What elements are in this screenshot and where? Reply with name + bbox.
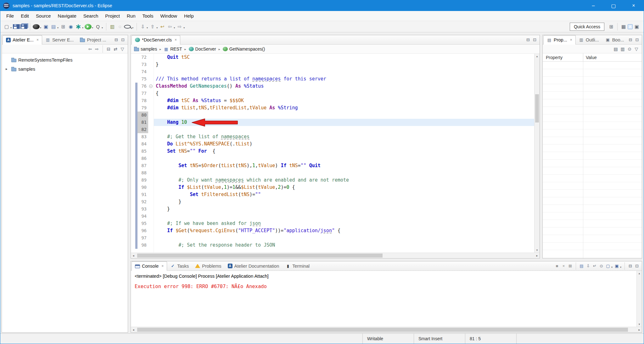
console-tab-console[interactable]: Console× xyxy=(132,261,167,271)
profile-icon[interactable]: Q xyxy=(94,23,101,30)
line-number[interactable]: 81 xyxy=(137,119,148,126)
properties-tab-outli[interactable]: ▥Outli... xyxy=(576,35,602,44)
last-edit-location-icon[interactable]: ↩ xyxy=(159,23,166,30)
minimize-view-icon[interactable]: ⊟ xyxy=(525,37,531,43)
properties-tab-prop[interactable]: ▤Prop...× xyxy=(543,35,576,45)
save-icon[interactable] xyxy=(13,24,20,29)
explorer-tab-atelier-e[interactable]: AAtelier E...× xyxy=(3,35,42,45)
fold-cell[interactable] xyxy=(148,155,154,162)
pin-property-view-icon[interactable]: ⊙ xyxy=(626,46,633,52)
value-column-header[interactable]: Value xyxy=(583,53,642,61)
property-row[interactable] xyxy=(543,69,642,77)
minimize-view-icon[interactable]: ⊟ xyxy=(627,263,633,269)
fold-cell[interactable] xyxy=(148,112,154,119)
code-line-86[interactable] xyxy=(154,155,534,162)
fold-cell[interactable] xyxy=(148,184,154,191)
property-row[interactable] xyxy=(543,160,642,167)
fold-cell[interactable] xyxy=(148,75,154,83)
code-line-93[interactable]: } xyxy=(154,205,534,213)
code-line-74[interactable] xyxy=(154,68,534,75)
console-text-area[interactable]: <terminated> [Debug Console] Process [At… xyxy=(131,271,642,327)
line-number[interactable]: 95 xyxy=(137,220,148,227)
fold-cell[interactable] xyxy=(148,61,154,68)
forward-history-icon[interactable]: ⇨ xyxy=(176,23,183,30)
line-number[interactable]: 89 xyxy=(137,177,148,184)
annotation-cell[interactable] xyxy=(131,213,135,220)
close-icon[interactable]: × xyxy=(175,38,177,42)
annotation-cell[interactable] xyxy=(131,97,135,104)
previous-annotation-dropdown-icon[interactable]: ▾ xyxy=(156,26,158,29)
menu-source[interactable]: Source xyxy=(32,12,54,20)
line-number[interactable]: 78 xyxy=(137,97,148,104)
scroll-right-icon[interactable]: ▸ xyxy=(637,327,642,332)
menu-help[interactable]: Help xyxy=(181,12,197,20)
code-line-84[interactable]: Do List^%SYS.NAMESPACE(.tList) xyxy=(154,140,534,148)
display-selected-console-icon[interactable]: ▢ xyxy=(605,263,611,269)
code-lines[interactable]: Quit tSC}/// This method returns a list … xyxy=(154,54,534,253)
code-line-72[interactable]: Quit tSC xyxy=(154,54,534,61)
line-number[interactable]: 91 xyxy=(137,191,148,198)
maximize-view-icon[interactable]: ⊡ xyxy=(634,37,640,43)
remove-all-launches-icon[interactable]: ⊠ xyxy=(567,263,573,269)
line-number[interactable]: 79 xyxy=(137,104,148,112)
annotation-cell[interactable] xyxy=(131,205,135,213)
search-dropdown-icon[interactable]: ▾ xyxy=(132,26,133,29)
scroll-lock-icon[interactable]: ⇩ xyxy=(585,263,591,269)
external-tools-icon[interactable]: ∗ xyxy=(75,23,82,30)
console-tab-atelier-documentation[interactable]: AAtelier Documentation xyxy=(225,261,283,270)
annotation-cell[interactable] xyxy=(131,234,135,242)
scroll-right-icon[interactable]: ▸ xyxy=(535,253,540,258)
fold-cell[interactable] xyxy=(148,234,154,242)
annotation-cell[interactable] xyxy=(131,184,135,191)
property-row[interactable] xyxy=(543,114,642,122)
property-row[interactable] xyxy=(543,182,642,190)
code-line-90[interactable]: If $List(tValue,1)=1&&$List(tValue,2)=0 … xyxy=(154,184,534,191)
line-number[interactable]: 74 xyxy=(137,68,148,75)
ruler-folding[interactable] xyxy=(148,54,154,253)
line-number[interactable]: 77 xyxy=(137,90,148,97)
line-number[interactable]: 72 xyxy=(137,54,148,61)
property-row[interactable] xyxy=(543,84,642,92)
maximize-view-icon[interactable]: ⊡ xyxy=(634,263,640,269)
breadcrumb-getnamespaces[interactable]: GetNamespaces() xyxy=(223,46,265,52)
fold-cell[interactable] xyxy=(148,97,154,104)
menu-edit[interactable]: Edit xyxy=(17,12,32,20)
line-number[interactable]: 98 xyxy=(137,242,148,249)
property-row[interactable] xyxy=(543,92,642,99)
line-number[interactable]: 96 xyxy=(137,227,148,234)
view-menu-icon[interactable]: ▽ xyxy=(119,46,126,52)
line-number[interactable]: 86 xyxy=(137,155,148,162)
scroll-left-icon[interactable]: ◂ xyxy=(131,327,136,332)
code-line-96[interactable]: If $Get(%request.CgiEnvs("HTTP_ACCEPT"))… xyxy=(154,227,534,234)
explorer-tab-project[interactable]: Project ... xyxy=(77,35,109,44)
line-number[interactable]: 92 xyxy=(137,198,148,205)
open-type-icon[interactable]: ◌ xyxy=(116,23,123,30)
save-all-icon[interactable] xyxy=(20,24,27,29)
breadcrumb-rest[interactable]: ▦REST xyxy=(164,46,182,52)
previous-annotation-icon[interactable]: ⇧ xyxy=(149,23,156,30)
perspective-resource-icon[interactable]: ▦ xyxy=(620,23,627,30)
property-row[interactable] xyxy=(543,227,642,235)
ruler-line-numbers[interactable]: 7273747576777879808182838485868788899091… xyxy=(137,54,148,253)
code-line-87[interactable]: Set tNS=$Order(tList(tNS),1,tValue) If t… xyxy=(154,162,534,169)
snippets-dropdown-icon[interactable]: ▾ xyxy=(57,26,59,29)
server-connection-icon[interactable] xyxy=(33,24,40,29)
annotation-cell[interactable] xyxy=(131,155,135,162)
editor-vscroll-thumb[interactable] xyxy=(535,94,539,123)
maximize-view-icon[interactable]: ⊡ xyxy=(532,37,538,43)
breadcrumb-samples[interactable]: samples xyxy=(134,46,157,52)
code-line-92[interactable]: } xyxy=(154,198,534,205)
annotation-cell[interactable] xyxy=(131,242,135,249)
annotation-cell[interactable] xyxy=(131,191,135,198)
property-row[interactable] xyxy=(543,99,642,107)
annotation-cell[interactable] xyxy=(131,61,135,68)
code-line-75[interactable]: /// This method returns a list of namesp… xyxy=(154,75,534,83)
fold-cell[interactable] xyxy=(148,213,154,220)
code-line-80[interactable] xyxy=(154,112,534,119)
code-line-95[interactable]: #; If we have been asked for json xyxy=(154,220,534,227)
line-number[interactable]: 73 xyxy=(137,61,148,68)
fold-cell[interactable] xyxy=(148,177,154,184)
annotation-cell[interactable] xyxy=(131,90,135,97)
property-row[interactable] xyxy=(543,129,642,137)
fold-cell[interactable] xyxy=(148,68,154,75)
